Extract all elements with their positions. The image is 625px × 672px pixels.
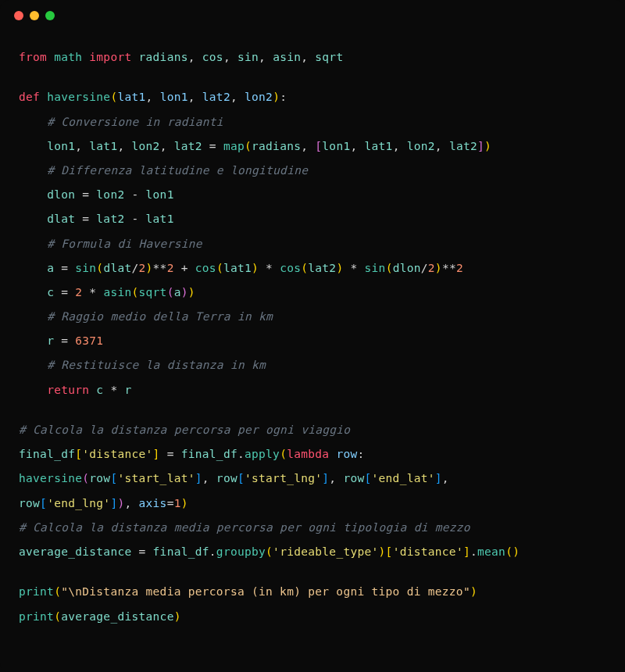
close-icon[interactable]	[14, 11, 23, 20]
code-token: (	[54, 610, 61, 623]
code-token	[82, 286, 89, 298]
code-token: )	[470, 585, 477, 598]
code-token: *	[89, 286, 96, 298]
code-token: (	[280, 448, 287, 460]
code-token: )	[484, 140, 491, 152]
minimize-icon[interactable]	[30, 11, 39, 20]
code-line[interactable]: # Formula di Haversine	[19, 232, 606, 256]
code-token: # Calcola la distanza media percorsa per…	[19, 521, 470, 534]
code-token: )	[379, 545, 386, 558]
code-token: ,	[435, 140, 449, 152]
code-token: c	[47, 286, 54, 298]
code-line[interactable]: average_distance = final_df.groupby('rid…	[19, 540, 606, 564]
code-token: a	[174, 286, 181, 298]
titlebar	[0, 0, 625, 31]
code-token: lon2	[132, 140, 160, 152]
code-token: 2	[456, 262, 463, 274]
code-line[interactable]: def haversine(lat1, lon1, lat2, lon2):	[19, 85, 606, 109]
code-window: from math import radians, cos, sin, asin…	[0, 0, 625, 672]
code-token	[139, 188, 146, 201]
code-token: math	[54, 51, 82, 63]
code-token: 'distance'	[82, 448, 152, 460]
code-token: )	[181, 497, 188, 509]
code-token: =	[139, 545, 146, 558]
code-token: (	[386, 262, 393, 274]
code-token	[131, 545, 138, 558]
code-token: )	[146, 262, 153, 274]
code-token: sqrt	[315, 51, 343, 63]
code-token: )	[273, 91, 280, 103]
code-token: # Conversione in radianti	[47, 116, 223, 128]
code-editor[interactable]: from math import radians, cos, sin, asin…	[0, 31, 625, 643]
code-token: "\nDistanza media percorsa (in km) per o…	[61, 585, 470, 598]
code-token: ,	[301, 51, 315, 63]
code-token: ]	[322, 472, 329, 484]
code-line[interactable]: r = 6371	[19, 329, 606, 353]
code-token: :	[280, 91, 287, 103]
code-token: asin	[273, 51, 301, 63]
code-token	[216, 140, 223, 152]
code-token: # Calcola la distanza percorsa per ogni …	[19, 424, 350, 436]
code-line[interactable]: lon1, lat1, lon2, lat2 = map(radians, [l…	[19, 134, 606, 159]
code-token	[40, 91, 47, 103]
code-line[interactable]: # Conversione in radianti	[19, 110, 606, 134]
code-token: (	[505, 545, 512, 558]
code-token	[89, 188, 96, 201]
blank-line	[19, 70, 606, 85]
code-token: )	[174, 610, 181, 623]
code-token: lon1	[47, 140, 75, 152]
code-token: ,	[146, 91, 160, 103]
code-line[interactable]: haversine(row['start_lat'], row['start_l…	[19, 466, 606, 491]
code-line[interactable]: row['end_lng']), axis=1)	[19, 491, 606, 516]
code-line[interactable]: dlat = lat2 - lat1	[19, 207, 606, 231]
code-token: )	[181, 286, 188, 298]
code-token: # Raggio medio della Terra in km	[47, 310, 273, 323]
code-token	[124, 213, 131, 225]
code-token: lat1	[89, 140, 117, 152]
code-token: axis	[139, 497, 167, 509]
code-token: ]	[477, 140, 484, 152]
code-line[interactable]: print(average_distance)	[19, 605, 606, 629]
code-line[interactable]: # Raggio medio della Terra in km	[19, 305, 606, 329]
code-line[interactable]: print("\nDistanza media percorsa (in km)…	[19, 580, 606, 604]
code-line[interactable]: # Restituisce la distanza in km	[19, 353, 606, 377]
code-token: =	[61, 262, 68, 274]
code-token: lon2	[245, 91, 273, 103]
code-token: ,	[393, 140, 407, 152]
code-token: lat1	[146, 213, 174, 225]
code-line[interactable]: a = sin(dlat/2)**2 + cos(lat1) * cos(lat…	[19, 256, 606, 281]
code-token: r	[124, 384, 131, 396]
code-token: lat1	[117, 91, 145, 103]
code-line[interactable]: final_df['distance'] = final_df.apply(la…	[19, 442, 606, 466]
code-token	[75, 188, 82, 201]
code-token: # Restituisce la distanza in km	[47, 359, 266, 371]
code-token: (	[216, 262, 223, 274]
code-token: lon1	[146, 188, 174, 201]
maximize-icon[interactable]	[45, 11, 55, 20]
code-line[interactable]: from math import radians, cos, sin, asin…	[19, 45, 606, 70]
blank-line	[19, 564, 606, 580]
code-token: cos	[202, 51, 223, 63]
code-line[interactable]: # Calcola la distanza percorsa per ogni …	[19, 418, 606, 442]
code-token: a	[47, 262, 54, 274]
code-token: row	[89, 472, 110, 484]
code-line[interactable]: # Differenza latitudine e longitudine	[19, 159, 606, 183]
code-line[interactable]: dlon = lon2 - lon1	[19, 183, 606, 207]
code-line[interactable]: # Calcola la distanza media percorsa per…	[19, 516, 606, 540]
code-line[interactable]: return c * r	[19, 378, 606, 402]
code-token: average_distance	[61, 610, 173, 623]
code-token	[68, 262, 75, 274]
code-token: ]	[153, 448, 160, 460]
code-token: ,	[202, 472, 216, 484]
code-token: ,	[160, 140, 174, 152]
code-line[interactable]: c = 2 * asin(sqrt(a))	[19, 281, 606, 305]
code-token: :	[358, 448, 365, 460]
code-token: sin	[365, 262, 386, 274]
code-token: ,	[117, 140, 131, 152]
code-token: # Formula di Haversine	[47, 238, 202, 250]
code-token: radians	[139, 51, 188, 63]
code-token	[68, 286, 75, 298]
code-token: (	[82, 472, 89, 484]
code-token: ]	[435, 472, 442, 484]
code-token: ,	[223, 51, 238, 63]
